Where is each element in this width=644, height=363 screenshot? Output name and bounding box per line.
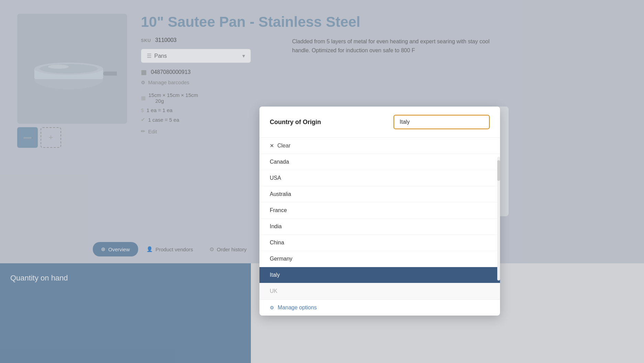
option-uk[interactable]: UK [259,283,500,299]
dropdown-list: ✕ Clear Canada USA Australia France Indi… [259,138,500,299]
clear-option[interactable]: ✕ Clear [259,138,500,154]
country-search-input[interactable] [393,115,490,129]
clear-label: Clear [277,143,290,149]
option-germany[interactable]: Germany [259,251,500,267]
dropdown-input-container [393,115,490,129]
scrollbar-thumb[interactable] [497,160,500,181]
dropdown-field-label: Country of Origin [270,119,321,126]
option-canada[interactable]: Canada [259,154,500,170]
option-usa[interactable]: USA [259,170,500,186]
option-australia[interactable]: Australia [259,186,500,202]
country-dropdown: Country of Origin ✕ Clear Canada USA Aus… [259,107,500,316]
option-china[interactable]: China [259,235,500,251]
dropdown-header: Country of Origin [259,107,500,138]
option-india[interactable]: India [259,219,500,235]
scrollbar[interactable] [497,157,500,280]
option-france[interactable]: France [259,202,500,219]
option-italy[interactable]: Italy [259,267,500,283]
manage-options-label: Manage options [278,305,317,311]
manage-options-button[interactable]: ⚙ Manage options [259,299,500,316]
clear-x-icon: ✕ [270,143,274,148]
manage-options-gear-icon: ⚙ [270,305,274,310]
